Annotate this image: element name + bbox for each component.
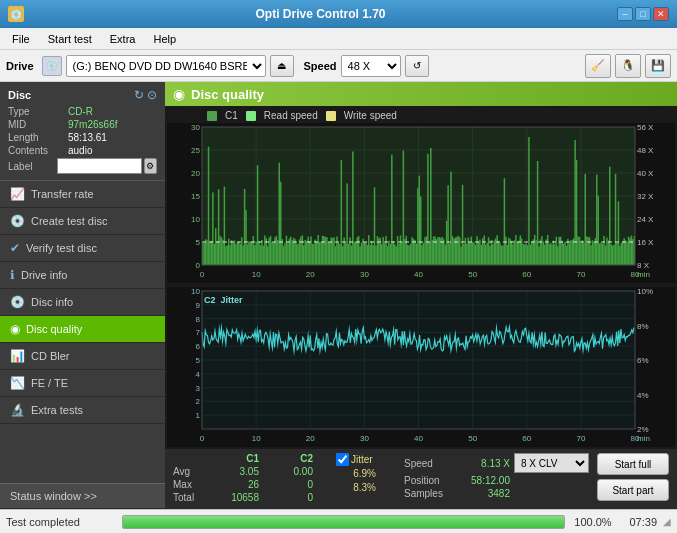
sidebar-item-extra-tests[interactable]: 🔬 Extra tests bbox=[0, 397, 165, 424]
status-window-button[interactable]: Status window >> bbox=[0, 483, 165, 509]
stats-max-c2: 0 bbox=[263, 479, 313, 490]
stats-avg-label: Avg bbox=[173, 466, 205, 477]
sidebar-label-verify-test-disc: Verify test disc bbox=[26, 242, 97, 254]
stats-total-c1: 10658 bbox=[209, 492, 259, 503]
status-bar: Test completed 100.0% 07:39 ◢ bbox=[0, 509, 677, 533]
disc-length-value: 58:13.61 bbox=[68, 132, 157, 143]
title-bar: 💿 Opti Drive Control 1.70 – □ ✕ bbox=[0, 0, 677, 28]
app-icon: 💿 bbox=[8, 6, 24, 22]
sidebar-item-drive-info[interactable]: ℹ Drive info bbox=[0, 262, 165, 289]
disc-label-input[interactable] bbox=[57, 158, 142, 174]
refresh-button[interactable]: ↺ bbox=[405, 55, 429, 77]
start-part-button[interactable]: Start part bbox=[597, 479, 669, 501]
sidebar-item-disc-quality[interactable]: ◉ Disc quality bbox=[0, 316, 165, 343]
progress-bar bbox=[122, 515, 565, 529]
disc-mid-value: 97m26s66f bbox=[68, 119, 157, 130]
stats-max-label: Max bbox=[173, 479, 205, 490]
disc-info-icon: 💿 bbox=[10, 295, 25, 309]
chart1-canvas bbox=[167, 123, 675, 283]
legend-read-dot bbox=[246, 111, 256, 121]
disc-contents-label: Contents bbox=[8, 145, 68, 156]
jitter-check-row: Jitter bbox=[336, 453, 396, 466]
disc-mid-label: MID bbox=[8, 119, 68, 130]
samples-key: Samples bbox=[404, 488, 456, 499]
stats-c1-header: C1 bbox=[209, 453, 259, 464]
disc-type-value: CD-R bbox=[68, 106, 157, 117]
speed-select[interactable]: 48 X bbox=[341, 55, 401, 77]
stats-total-c2: 0 bbox=[263, 492, 313, 503]
sidebar-item-verify-test-disc[interactable]: ✔ Verify test disc bbox=[0, 235, 165, 262]
extra-tests-icon: 🔬 bbox=[10, 403, 25, 417]
disc-quality-title: Disc quality bbox=[191, 87, 264, 102]
disc-refresh-icon[interactable]: ↻ ⊙ bbox=[134, 88, 157, 102]
window-controls: – □ ✕ bbox=[617, 7, 669, 21]
disc-contents-value: audio bbox=[68, 145, 157, 156]
chart2-container bbox=[167, 287, 675, 447]
charts-area: C1 Read speed Write speed bbox=[165, 106, 677, 449]
sidebar: Disc ↻ ⊙ Type CD-R MID 97m26s66f Length … bbox=[0, 82, 165, 509]
sidebar-label-drive-info: Drive info bbox=[21, 269, 67, 281]
stats-max-c1: 26 bbox=[209, 479, 259, 490]
progress-bar-fill bbox=[123, 516, 564, 528]
minimize-button[interactable]: – bbox=[617, 7, 633, 21]
progress-percent: 100.0% bbox=[571, 516, 615, 528]
sidebar-nav: 📈 Transfer rate 💿 Create test disc ✔ Ver… bbox=[0, 181, 165, 483]
sidebar-item-fe-te[interactable]: 📉 FE / TE bbox=[0, 370, 165, 397]
sidebar-label-create-test-disc: Create test disc bbox=[31, 215, 107, 227]
sidebar-item-cd-bler[interactable]: 📊 CD Bler bbox=[0, 343, 165, 370]
toolbar-btn-1[interactable]: 🧹 bbox=[585, 54, 611, 78]
main-area: Disc ↻ ⊙ Type CD-R MID 97m26s66f Length … bbox=[0, 82, 677, 509]
sidebar-label-cd-bler: CD Bler bbox=[31, 350, 70, 362]
status-time: 07:39 bbox=[621, 516, 657, 528]
position-val: 58:12.00 bbox=[460, 475, 510, 486]
drive-select[interactable]: (G:) BENQ DVD DD DW1640 BSRB bbox=[66, 55, 266, 77]
eject-button[interactable]: ⏏ bbox=[270, 55, 294, 77]
disc-quality-header: ◉ Disc quality bbox=[165, 82, 677, 106]
transfer-rate-icon: 📈 bbox=[10, 187, 25, 201]
menu-help[interactable]: Help bbox=[145, 31, 184, 47]
action-buttons: Start full Start part bbox=[597, 453, 669, 501]
disc-label-gear-icon[interactable]: ⚙ bbox=[144, 158, 157, 174]
sidebar-label-disc-info: Disc info bbox=[31, 296, 73, 308]
drive-icon: 💿 bbox=[42, 56, 62, 76]
disc-section-title: Disc bbox=[8, 89, 31, 101]
menu-file[interactable]: File bbox=[4, 31, 38, 47]
chart2-canvas bbox=[167, 287, 675, 447]
resize-handle[interactable]: ◢ bbox=[663, 516, 671, 527]
speed-panel: Speed 8.13 X 8 X CLV Position 58:12.00 S… bbox=[404, 453, 589, 499]
menu-extra[interactable]: Extra bbox=[102, 31, 144, 47]
close-button[interactable]: ✕ bbox=[653, 7, 669, 21]
status-text: Test completed bbox=[6, 516, 116, 528]
speed-mode-select[interactable]: 8 X CLV bbox=[514, 453, 589, 473]
fe-te-icon: 📉 bbox=[10, 376, 25, 390]
sidebar-item-transfer-rate[interactable]: 📈 Transfer rate bbox=[0, 181, 165, 208]
jitter-panel: Jitter 6.9% 8.3% bbox=[336, 453, 396, 493]
disc-length-label: Length bbox=[8, 132, 68, 143]
verify-test-disc-icon: ✔ bbox=[10, 241, 20, 255]
cd-bler-icon: 📊 bbox=[10, 349, 25, 363]
content-area: ◉ Disc quality C1 Read speed Write speed bbox=[165, 82, 677, 509]
jitter-checkbox[interactable] bbox=[336, 453, 349, 466]
menu-start-test[interactable]: Start test bbox=[40, 31, 100, 47]
sidebar-item-create-test-disc[interactable]: 💿 Create test disc bbox=[0, 208, 165, 235]
disc-quality-header-icon: ◉ bbox=[173, 86, 185, 102]
app-title: Opti Drive Control 1.70 bbox=[24, 7, 617, 21]
stats-total-label: Total bbox=[173, 492, 205, 503]
maximize-button[interactable]: □ bbox=[635, 7, 651, 21]
start-full-button[interactable]: Start full bbox=[597, 453, 669, 475]
position-key: Position bbox=[404, 475, 456, 486]
sidebar-label-extra-tests: Extra tests bbox=[31, 404, 83, 416]
stats-c2-header: C2 bbox=[263, 453, 313, 464]
toolbar-btn-2[interactable]: 🐧 bbox=[615, 54, 641, 78]
menu-bar: File Start test Extra Help bbox=[0, 28, 677, 50]
stats-avg-c1: 3.05 bbox=[209, 466, 259, 477]
stats-empty bbox=[173, 453, 205, 464]
create-test-disc-icon: 💿 bbox=[10, 214, 25, 228]
sidebar-item-disc-info[interactable]: 💿 Disc info bbox=[0, 289, 165, 316]
disc-label-label: Label bbox=[8, 161, 57, 172]
legend-write-dot bbox=[326, 111, 336, 121]
sidebar-label-disc-quality: Disc quality bbox=[26, 323, 82, 335]
toolbar-btn-save[interactable]: 💾 bbox=[645, 54, 671, 78]
jitter-label: Jitter bbox=[351, 454, 373, 465]
stats-area: C1 C2 Avg 3.05 0.00 Max 26 0 Total 10658… bbox=[165, 449, 677, 509]
